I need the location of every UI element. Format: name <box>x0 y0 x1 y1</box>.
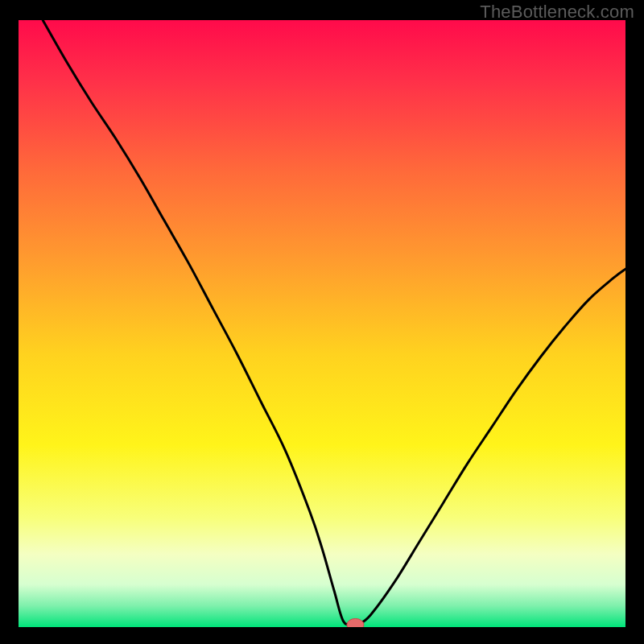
gradient-background <box>19 20 625 627</box>
plot-area <box>19 20 625 627</box>
chart-frame: TheBottleneck.com <box>0 0 644 644</box>
optimum-marker <box>347 618 364 627</box>
plot-svg <box>19 20 625 627</box>
